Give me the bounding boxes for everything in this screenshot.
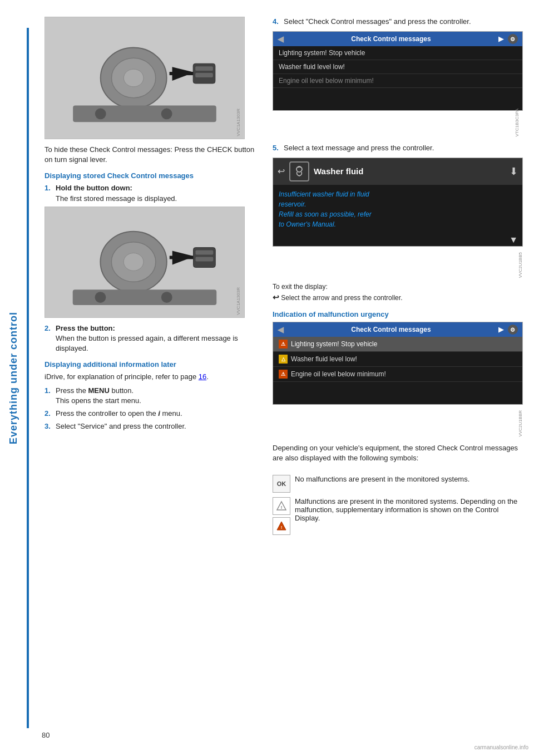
intro-text: To hide these Check Control messages: Pr… — [44, 145, 256, 165]
step4-text: Select "Check Control messages" and pres… — [284, 17, 471, 27]
svg-point-22 — [95, 292, 106, 303]
svg-rect-20 — [195, 257, 213, 262]
watermark-screen2: VVC2U1BB5 — [518, 252, 523, 278]
screen-malfunction: ◀ Check Control messages ▶ ⚙ ⚠ Lighting … — [273, 322, 523, 405]
svg-rect-7 — [195, 66, 213, 71]
screen2-body: Insufficient washer fluid in fluid reser… — [273, 185, 522, 234]
screen3-row-2: △ Washer fluid level low! — [273, 352, 522, 367]
svg-point-3 — [123, 69, 144, 87]
scroll-down-icon: ⬇ — [510, 165, 518, 178]
image-watermark-2: VVC1A1303R — [236, 287, 241, 315]
screen1-row-2: Washer fluid level low! — [273, 60, 522, 74]
svg-rect-9 — [73, 106, 216, 122]
watermark-screen3: VVC2U1BBR — [518, 410, 523, 437]
section2-intro: iDrive, for explanation of principle, re… — [44, 372, 256, 382]
svg-rect-19 — [195, 251, 213, 255]
malfunction-body-text: Depending on your vehicle's equipment, t… — [273, 443, 523, 463]
left-column: VVC1A1303R To hide these Check Control m… — [44, 17, 256, 539]
malfunction-heading: Indication of malfunction urgency — [273, 310, 523, 318]
screen3-text-1: Lighting system! Stop vehicle — [291, 340, 377, 348]
screen1-row-3: Engine oil level below minimum! — [273, 74, 522, 88]
sec2-step-2: 2. Press the controller to open the i me… — [44, 409, 256, 419]
step2-text: When the button is pressed again, a diff… — [56, 334, 238, 352]
symbol-ok-box: OK — [273, 475, 290, 493]
watermark-screen1: VTC1B3C3PA — [515, 109, 520, 137]
image-watermark-1: VVC1A1303R — [236, 109, 241, 136]
back-arrow-icon: ↩ — [278, 166, 285, 176]
exit-instruction: Select the arrow and press the controlle… — [281, 294, 402, 302]
symbol-warn-box-1: ! — [273, 497, 290, 515]
step1-bold: Hold the button down: — [56, 184, 132, 192]
screen3-settings-icon: ⚙ — [508, 325, 518, 335]
step-4: 4. Select "Check Control messages" and p… — [273, 17, 523, 27]
screen3-row-1: ⚠ Lighting system! Stop vehicle — [273, 337, 522, 352]
screen1-arrow-left: ◀ — [278, 35, 284, 43]
screen2-header: ↩ Washer fluid ⬇ — [273, 158, 522, 185]
car-image-small: VVC1A1303R — [44, 207, 245, 318]
screen3-header: ◀ Check Control messages ▶ ⚙ — [273, 322, 522, 337]
screen1-arrow-right: ▶ — [498, 35, 503, 43]
svg-rect-8 — [195, 73, 213, 77]
warn-icon-red-2: ⚠ — [279, 370, 288, 379]
right-column: 4. Select "Check Control messages" and p… — [267, 17, 523, 539]
svg-point-24 — [296, 166, 302, 172]
screen2-title: Washer fluid — [314, 166, 363, 176]
warn-icon-red-1: ⚠ — [279, 340, 288, 348]
symbol-ok-row: OK No malfunctions are present in the mo… — [273, 475, 523, 493]
step-1: 1. Hold the button down: The first store… — [44, 183, 256, 203]
svg-rect-21 — [73, 289, 217, 305]
screen3-row-3: ⚠ Engine oil level below minimum! — [273, 367, 522, 382]
svg-text:!: ! — [281, 505, 283, 510]
sidebar-bar — [27, 28, 29, 728]
screen-washer-detail: ↩ Washer fluid ⬇ Insufficient washer flu… — [273, 158, 523, 247]
sec2-step-3: 3. Select "Service" and press the contro… — [44, 421, 256, 431]
screen1-icons: ▶ ⚙ — [498, 34, 518, 44]
svg-point-23 — [161, 292, 172, 303]
sec2-step3-text: Select "Service" and press the controlle… — [56, 421, 256, 431]
step-2: 2. Press the button: When the button is … — [44, 323, 256, 354]
screen-check-control: ◀ Check Control messages ▶ ⚙ Lighting sy… — [273, 31, 523, 111]
sec2-step1-sub: This opens the start menu. — [56, 396, 141, 405]
svg-point-10 — [95, 109, 106, 120]
svg-point-15 — [123, 253, 144, 271]
scroll-arrow: ▼ — [273, 234, 522, 246]
symbol-warn-box-2: ! — [273, 517, 290, 535]
symbol-warn-text: Malfunctions are present in the monitore… — [295, 497, 523, 522]
screen3-title: Check Control messages — [351, 326, 431, 333]
exit-note: To exit the display: ↩ Select the arrow … — [273, 282, 523, 303]
symbol-ok-text: No malfunctions are present in the monit… — [295, 475, 469, 483]
screen1-row-1: Lighting system! Stop vehicle — [273, 46, 522, 60]
page-number: 80 — [42, 731, 50, 739]
screen3-arrow-left: ◀ — [278, 325, 284, 334]
svg-rect-5 — [170, 72, 197, 75]
svg-point-11 — [161, 109, 172, 120]
step1-text: The first stored message is displayed. — [56, 194, 177, 203]
screen3-arrow-right: ▶ — [498, 326, 503, 333]
back-arrow-symbol: ↩ — [273, 293, 279, 302]
screen3-text-3: Engine oil level below minimum! — [291, 370, 386, 378]
screen1-title: Check Control messages — [351, 35, 431, 43]
section2-heading: Displaying additional information later — [44, 360, 256, 369]
washer-icon — [289, 161, 309, 181]
symbol-warn-row: ! ! Malfunctions are present in the moni… — [273, 497, 523, 535]
section1-heading: Displaying stored Check Control messages — [44, 171, 256, 180]
step5-text: Select a text message and press the cont… — [284, 143, 434, 153]
sidebar-label: Everything under control — [0, 0, 27, 756]
screen1-header: ◀ Check Control messages ▶ ⚙ — [273, 32, 522, 46]
warn-icon-yellow: △ — [279, 355, 288, 364]
screen3-icons: ▶ ⚙ — [498, 325, 518, 335]
bottom-watermark: carmanualsonline.info — [474, 744, 528, 750]
screen1-settings-icon: ⚙ — [508, 34, 518, 44]
exit-text: To exit the display: — [273, 283, 328, 291]
step-5: 5. Select a text message and press the c… — [273, 143, 523, 153]
car-image-top: VVC1A1303R — [44, 17, 245, 139]
sec2-step-1: 1. Press the MENU button. This opens the… — [44, 386, 256, 406]
step2-bold: Press the button: — [56, 324, 115, 332]
screen3-text-2: Washer fluid level low! — [291, 355, 357, 363]
svg-text:!: ! — [281, 525, 283, 530]
page-link[interactable]: 16 — [199, 372, 206, 381]
